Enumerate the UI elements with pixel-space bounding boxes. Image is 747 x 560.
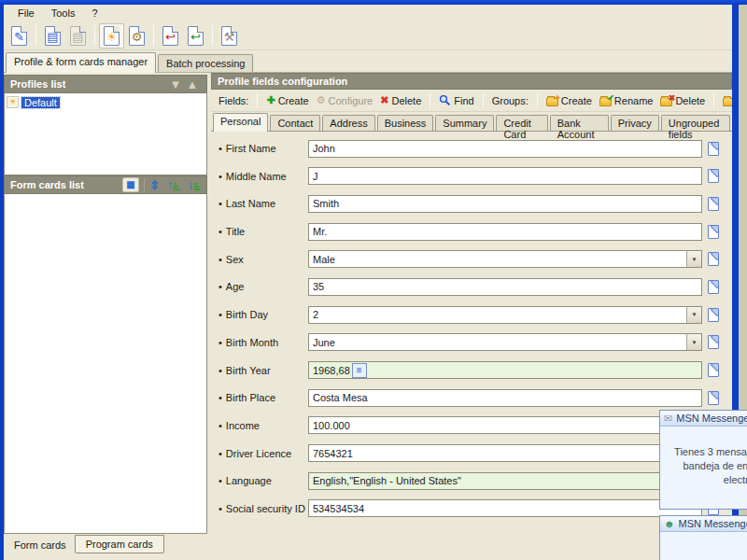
age-input[interactable]: 35 ≡ ▼ bbox=[308, 278, 702, 296]
key-options-icon[interactable]: ⚙ bbox=[124, 23, 149, 49]
buddy-icon: ☻ bbox=[664, 519, 675, 529]
field-value: 2 bbox=[313, 309, 318, 320]
dropdown-arrow-icon[interactable]: ▼ bbox=[686, 334, 701, 350]
birth-year-input[interactable]: 1968,68 ≡ ▼ bbox=[308, 361, 702, 379]
move-up-icon[interactable]: ▲ bbox=[184, 77, 201, 91]
tab-address[interactable]: Address bbox=[322, 115, 374, 131]
import-document-icon[interactable]: ↩ bbox=[158, 23, 183, 49]
delete-field-button[interactable]: ✖ Delete bbox=[376, 93, 425, 108]
new-document-icon[interactable]: ✎ bbox=[7, 23, 32, 49]
card-view-icon[interactable]: ▦ bbox=[122, 177, 139, 192]
field-bullet: • bbox=[218, 448, 222, 459]
field-row-title: • Title Mr. ≡ ▼ bbox=[218, 222, 719, 241]
field-bullet: • bbox=[218, 226, 222, 237]
left-panel: Profiles list ▼ ▲ ☀ Default Form cards l… bbox=[4, 73, 207, 560]
profiles-list-title: Profiles list bbox=[10, 78, 65, 90]
document-icon[interactable] bbox=[708, 142, 719, 156]
field-bullet: • bbox=[218, 420, 222, 431]
msn-message-line: electrón bbox=[662, 473, 747, 487]
swap-group-button[interactable]: ➝ Sw bbox=[719, 93, 732, 108]
profiles-list[interactable]: ☀ Default bbox=[4, 93, 207, 175]
field-row-birth-month: • Birth Month June ≡ ▼ bbox=[218, 333, 719, 352]
document-icon[interactable] bbox=[708, 280, 719, 294]
sex-input[interactable]: Male ≡ ▼ bbox=[308, 250, 702, 268]
field-row-income: • Income 100.000 ≡ ▼ bbox=[218, 416, 719, 435]
configure-icon: ⚙ bbox=[317, 95, 326, 105]
social-security-id-input[interactable]: 534534534 ≡ ▼ bbox=[308, 499, 702, 517]
tab-contact[interactable]: Contact bbox=[270, 115, 320, 131]
dropdown-arrow-icon[interactable]: ▼ bbox=[686, 307, 701, 323]
app-window: FileTools? ✎▤▤☀⚙↩↩⚒ Profile & form cards… bbox=[4, 5, 732, 560]
birth-month-input[interactable]: June ≡ ▼ bbox=[308, 333, 702, 351]
language-input[interactable]: English,"English - United States" ≡ ▼ bbox=[308, 472, 702, 490]
tab-privacy[interactable]: Privacy bbox=[611, 115, 659, 131]
document-icon[interactable] bbox=[708, 363, 719, 377]
msn-messenger-popup-contact[interactable]: ☻ MSN Messenge bbox=[659, 515, 747, 560]
document-icon[interactable] bbox=[708, 197, 719, 211]
rename-folder-icon: ✔ bbox=[599, 98, 612, 106]
screen: FileTools? ✎▤▤☀⚙↩↩⚒ Profile & form cards… bbox=[0, 0, 747, 560]
birth-day-input[interactable]: 2 ≡ ▼ bbox=[308, 306, 702, 324]
find-button[interactable]: Find bbox=[435, 92, 477, 108]
plus-icon: ✚ bbox=[266, 95, 275, 105]
move-down-icon[interactable]: ▼ bbox=[167, 77, 184, 91]
document-icon[interactable] bbox=[708, 169, 719, 183]
income-input[interactable]: 100.000 ≡ ▼ bbox=[308, 416, 702, 434]
field-label: Birth Day bbox=[226, 309, 268, 320]
sort-descending-icon[interactable]: ↓ bbox=[188, 179, 201, 190]
msn-popup-message[interactable]: Tienes 3 mensajesbandeja de entraelectró… bbox=[660, 427, 747, 487]
first-name-input[interactable]: John ≡ ▼ bbox=[308, 140, 702, 158]
middle-name-input[interactable]: J ≡ ▼ bbox=[308, 167, 702, 185]
create-group-button[interactable]: ✦ Create bbox=[543, 93, 596, 108]
profile-list-item[interactable]: ☀ Default bbox=[7, 95, 204, 109]
menu-tools[interactable]: Tools bbox=[43, 6, 84, 21]
tab-ungrouped-fields[interactable]: Ungrouped fields bbox=[661, 115, 730, 131]
tab-credit-card[interactable]: Credit Card bbox=[496, 115, 547, 131]
export-document-icon[interactable]: ↩ bbox=[183, 23, 208, 49]
driver-licence-input[interactable]: 7654321 ≡ ▼ bbox=[308, 444, 702, 462]
msn-popup-title: MSN Messenge bbox=[679, 518, 747, 529]
field-bullet: • bbox=[218, 309, 222, 320]
tab-business[interactable]: Business bbox=[377, 115, 434, 131]
profile-settings-icon[interactable]: ☀ bbox=[99, 23, 124, 49]
rename-group-button[interactable]: ✔ Rename bbox=[596, 93, 657, 108]
swap-folder-icon: ➝ bbox=[723, 98, 732, 106]
document-icon[interactable] bbox=[708, 252, 719, 266]
tab-batch-processing[interactable]: Batch processing bbox=[158, 54, 253, 72]
tab-bank-account[interactable]: Bank Account bbox=[550, 115, 609, 131]
menu-file[interactable]: File bbox=[9, 6, 43, 21]
delete-folder-icon: ✖ bbox=[660, 98, 672, 106]
sort-ascending-icon[interactable]: ↑ bbox=[167, 179, 180, 190]
field-bullet: • bbox=[218, 392, 222, 403]
msn-messenger-popup-mail[interactable]: ✉ MSN Messenge Tienes 3 mensajesbandeja … bbox=[659, 410, 747, 510]
msn-popup-titlebar: ✉ MSN Messenge bbox=[660, 411, 747, 427]
list-editor-icon[interactable]: ≡ bbox=[352, 363, 367, 378]
msn-popup-title: MSN Messenge bbox=[676, 413, 747, 424]
title-input[interactable]: Mr. ≡ ▼ bbox=[308, 223, 702, 241]
tab-program-cards[interactable]: Program cards bbox=[75, 535, 164, 553]
field-value: J bbox=[313, 171, 318, 182]
last-name-input[interactable]: Smith ≡ ▼ bbox=[308, 195, 702, 213]
database-document-icon[interactable]: ▤ bbox=[40, 23, 65, 49]
msn-popup-message[interactable] bbox=[660, 532, 747, 551]
dropdown-arrow-icon[interactable]: ▼ bbox=[686, 251, 701, 267]
field-label: Age bbox=[226, 281, 245, 292]
tab-personal[interactable]: Personal bbox=[213, 113, 268, 132]
birth-place-input[interactable]: Costa Mesa ≡ ▼ bbox=[308, 389, 702, 407]
delete-group-button[interactable]: ✖ Delete bbox=[656, 93, 709, 108]
form-cards-list[interactable] bbox=[4, 194, 207, 534]
document-icon[interactable] bbox=[708, 308, 719, 322]
menu-help[interactable]: ? bbox=[83, 6, 106, 21]
profile-item-label[interactable]: Default bbox=[21, 97, 60, 108]
move-updown-icon[interactable]: ⇕ bbox=[149, 178, 160, 192]
field-value: June bbox=[313, 337, 335, 348]
create-field-button[interactable]: ✚ Create bbox=[262, 93, 312, 108]
document-icon[interactable] bbox=[708, 225, 719, 239]
tab-profile-form-cards-manager[interactable]: Profile & form cards manager bbox=[6, 52, 156, 73]
document-icon[interactable] bbox=[708, 391, 719, 405]
field-row-sex: • Sex Male ≡ ▼ bbox=[218, 250, 719, 269]
document-icon[interactable] bbox=[708, 335, 719, 349]
document-tools-icon[interactable]: ⚒ bbox=[217, 23, 242, 49]
tab-form-cards[interactable]: Form cards bbox=[7, 535, 73, 551]
tab-summary[interactable]: Summary bbox=[435, 115, 494, 131]
